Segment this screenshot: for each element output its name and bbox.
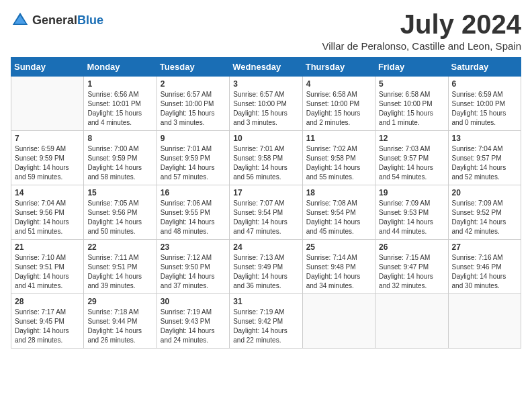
day-number: 10 xyxy=(233,134,298,143)
calendar-cell: 1Sunrise: 6:56 AM Sunset: 10:01 PM Dayli… xyxy=(84,77,157,131)
calendar-cell: 16Sunrise: 7:06 AM Sunset: 9:55 PM Dayli… xyxy=(157,185,229,240)
day-number: 13 xyxy=(452,134,517,143)
day-number: 15 xyxy=(87,188,152,197)
day-number: 27 xyxy=(452,242,517,252)
day-info: Sunrise: 6:59 AM Sunset: 10:00 PM Daylig… xyxy=(452,90,517,128)
calendar-cell: 18Sunrise: 7:08 AM Sunset: 9:54 PM Dayli… xyxy=(302,185,375,240)
calendar-week-row: 28Sunrise: 7:17 AM Sunset: 9:45 PM Dayli… xyxy=(11,294,521,349)
day-info: Sunrise: 7:11 AM Sunset: 9:51 PM Dayligh… xyxy=(87,253,152,291)
calendar-cell: 5Sunrise: 6:58 AM Sunset: 10:00 PM Dayli… xyxy=(375,77,448,131)
calendar-cell xyxy=(448,294,521,349)
day-info: Sunrise: 7:07 AM Sunset: 9:54 PM Dayligh… xyxy=(233,199,298,236)
day-info: Sunrise: 7:15 AM Sunset: 9:47 PM Dayligh… xyxy=(379,253,444,291)
day-number: 20 xyxy=(452,188,517,197)
day-info: Sunrise: 7:16 AM Sunset: 9:46 PM Dayligh… xyxy=(452,253,517,291)
day-number: 16 xyxy=(161,188,226,197)
day-info: Sunrise: 7:12 AM Sunset: 9:50 PM Dayligh… xyxy=(161,253,226,291)
calendar-cell: 6Sunrise: 6:59 AM Sunset: 10:00 PM Dayli… xyxy=(448,77,521,131)
calendar-cell: 17Sunrise: 7:07 AM Sunset: 9:54 PM Dayli… xyxy=(230,185,302,240)
calendar-cell: 8Sunrise: 7:00 AM Sunset: 9:59 PM Daylig… xyxy=(84,131,157,185)
weekday-header-monday: Monday xyxy=(84,58,157,77)
calendar-cell: 30Sunrise: 7:19 AM Sunset: 9:43 PM Dayli… xyxy=(157,294,229,349)
day-info: Sunrise: 7:01 AM Sunset: 9:59 PM Dayligh… xyxy=(161,144,226,182)
calendar-cell: 12Sunrise: 7:03 AM Sunset: 9:57 PM Dayli… xyxy=(375,131,448,185)
calendar-cell: 20Sunrise: 7:09 AM Sunset: 9:52 PM Dayli… xyxy=(448,185,521,240)
day-number: 11 xyxy=(306,134,371,143)
location-title: Villar de Peralonso, Castille and Leon, … xyxy=(322,40,521,52)
calendar-cell xyxy=(375,294,448,349)
logo-text-general: General xyxy=(32,13,77,27)
logo-icon xyxy=(11,11,30,30)
calendar-cell: 26Sunrise: 7:15 AM Sunset: 9:47 PM Dayli… xyxy=(375,240,448,294)
day-number: 4 xyxy=(306,79,371,89)
calendar-cell: 9Sunrise: 7:01 AM Sunset: 9:59 PM Daylig… xyxy=(157,131,229,185)
day-info: Sunrise: 7:06 AM Sunset: 9:55 PM Dayligh… xyxy=(161,199,226,236)
day-number: 30 xyxy=(161,297,226,306)
calendar-cell: 19Sunrise: 7:09 AM Sunset: 9:53 PM Dayli… xyxy=(375,185,448,240)
day-info: Sunrise: 7:04 AM Sunset: 9:56 PM Dayligh… xyxy=(15,199,80,236)
page-header: GeneralBlue July 2024 Villar de Peralons… xyxy=(11,11,521,52)
day-info: Sunrise: 7:03 AM Sunset: 9:57 PM Dayligh… xyxy=(379,144,444,182)
calendar-cell xyxy=(11,77,84,131)
day-info: Sunrise: 7:00 AM Sunset: 9:59 PM Dayligh… xyxy=(87,144,152,182)
day-number: 17 xyxy=(233,188,298,197)
day-info: Sunrise: 7:05 AM Sunset: 9:56 PM Dayligh… xyxy=(87,199,152,236)
calendar-cell: 2Sunrise: 6:57 AM Sunset: 10:00 PM Dayli… xyxy=(157,77,229,131)
day-info: Sunrise: 7:08 AM Sunset: 9:54 PM Dayligh… xyxy=(306,199,371,236)
day-number: 24 xyxy=(233,242,298,252)
day-number: 14 xyxy=(15,188,80,197)
calendar-cell: 11Sunrise: 7:02 AM Sunset: 9:58 PM Dayli… xyxy=(302,131,375,185)
day-number: 26 xyxy=(379,242,444,252)
day-info: Sunrise: 7:02 AM Sunset: 9:58 PM Dayligh… xyxy=(306,144,371,182)
calendar-cell: 25Sunrise: 7:14 AM Sunset: 9:48 PM Dayli… xyxy=(302,240,375,294)
day-number: 2 xyxy=(161,79,226,89)
day-info: Sunrise: 6:58 AM Sunset: 10:00 PM Daylig… xyxy=(306,90,371,128)
day-info: Sunrise: 7:14 AM Sunset: 9:48 PM Dayligh… xyxy=(306,253,371,291)
calendar-week-row: 21Sunrise: 7:10 AM Sunset: 9:51 PM Dayli… xyxy=(11,240,521,294)
day-info: Sunrise: 7:13 AM Sunset: 9:49 PM Dayligh… xyxy=(233,253,298,291)
day-number: 25 xyxy=(306,242,371,252)
calendar-table: SundayMondayTuesdayWednesdayThursdayFrid… xyxy=(11,57,521,349)
weekday-header-wednesday: Wednesday xyxy=(230,58,302,77)
calendar-cell: 21Sunrise: 7:10 AM Sunset: 9:51 PM Dayli… xyxy=(11,240,84,294)
day-info: Sunrise: 7:18 AM Sunset: 9:44 PM Dayligh… xyxy=(87,308,152,345)
calendar-week-row: 7Sunrise: 6:59 AM Sunset: 9:59 PM Daylig… xyxy=(11,131,521,185)
calendar-cell: 7Sunrise: 6:59 AM Sunset: 9:59 PM Daylig… xyxy=(11,131,84,185)
day-number: 21 xyxy=(15,242,80,252)
calendar-cell: 10Sunrise: 7:01 AM Sunset: 9:58 PM Dayli… xyxy=(230,131,302,185)
day-info: Sunrise: 6:57 AM Sunset: 10:00 PM Daylig… xyxy=(233,90,298,128)
calendar-cell: 22Sunrise: 7:11 AM Sunset: 9:51 PM Dayli… xyxy=(84,240,157,294)
weekday-header-tuesday: Tuesday xyxy=(157,58,229,77)
day-number: 3 xyxy=(233,79,298,89)
calendar-cell: 23Sunrise: 7:12 AM Sunset: 9:50 PM Dayli… xyxy=(157,240,229,294)
day-info: Sunrise: 6:57 AM Sunset: 10:00 PM Daylig… xyxy=(161,90,226,128)
month-title: July 2024 xyxy=(322,11,521,38)
day-number: 9 xyxy=(161,134,226,143)
day-number: 23 xyxy=(161,242,226,252)
day-info: Sunrise: 6:59 AM Sunset: 9:59 PM Dayligh… xyxy=(15,144,80,182)
day-number: 12 xyxy=(379,134,444,143)
title-block: July 2024 Villar de Peralonso, Castille … xyxy=(322,11,521,52)
calendar-cell: 28Sunrise: 7:17 AM Sunset: 9:45 PM Dayli… xyxy=(11,294,84,349)
calendar-cell: 13Sunrise: 7:04 AM Sunset: 9:57 PM Dayli… xyxy=(448,131,521,185)
weekday-header-thursday: Thursday xyxy=(302,58,375,77)
day-number: 6 xyxy=(452,79,517,89)
logo-text-blue: Blue xyxy=(77,13,103,27)
calendar-cell: 29Sunrise: 7:18 AM Sunset: 9:44 PM Dayli… xyxy=(84,294,157,349)
day-info: Sunrise: 7:09 AM Sunset: 9:52 PM Dayligh… xyxy=(452,199,517,236)
calendar-cell: 31Sunrise: 7:19 AM Sunset: 9:42 PM Dayli… xyxy=(230,294,302,349)
day-number: 28 xyxy=(15,297,80,306)
calendar-cell: 15Sunrise: 7:05 AM Sunset: 9:56 PM Dayli… xyxy=(84,185,157,240)
day-info: Sunrise: 7:10 AM Sunset: 9:51 PM Dayligh… xyxy=(15,253,80,291)
calendar-week-row: 14Sunrise: 7:04 AM Sunset: 9:56 PM Dayli… xyxy=(11,185,521,240)
day-info: Sunrise: 7:04 AM Sunset: 9:57 PM Dayligh… xyxy=(452,144,517,182)
day-number: 18 xyxy=(306,188,371,197)
calendar-cell: 27Sunrise: 7:16 AM Sunset: 9:46 PM Dayli… xyxy=(448,240,521,294)
calendar-week-row: 1Sunrise: 6:56 AM Sunset: 10:01 PM Dayli… xyxy=(11,77,521,131)
day-number: 19 xyxy=(379,188,444,197)
logo: GeneralBlue xyxy=(11,11,103,30)
weekday-header-sunday: Sunday xyxy=(11,58,84,77)
day-number: 7 xyxy=(15,134,80,143)
calendar-cell: 4Sunrise: 6:58 AM Sunset: 10:00 PM Dayli… xyxy=(302,77,375,131)
weekday-header-friday: Friday xyxy=(375,58,448,77)
